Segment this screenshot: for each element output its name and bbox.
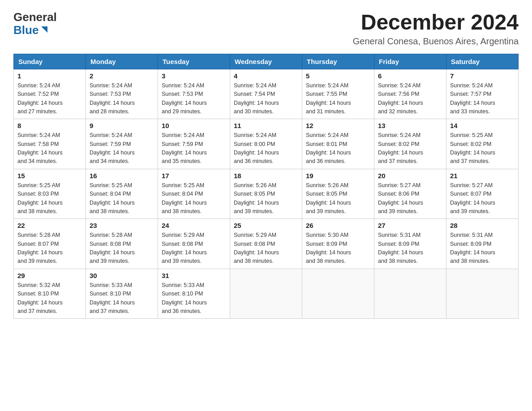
day-info: Sunrise: 5:33 AMSunset: 8:10 PMDaylight:…: [90, 281, 154, 316]
calendar-cell: 30Sunrise: 5:33 AMSunset: 8:10 PMDayligh…: [86, 269, 158, 319]
day-number: 28: [450, 222, 515, 229]
day-info: Sunrise: 5:24 AMSunset: 7:53 PMDaylight:…: [90, 81, 154, 116]
day-number: 30: [90, 272, 154, 279]
day-of-week-header-sunday: Sunday: [14, 54, 86, 69]
day-number: 1: [17, 72, 82, 80]
day-number: 26: [306, 222, 370, 229]
calendar-cell: 8Sunrise: 5:24 AMSunset: 7:58 PMDaylight…: [14, 119, 86, 169]
calendar-cell: 11Sunrise: 5:24 AMSunset: 8:00 PMDayligh…: [230, 119, 302, 169]
calendar-cell: 31Sunrise: 5:33 AMSunset: 8:10 PMDayligh…: [158, 269, 230, 319]
calendar-cell: [230, 269, 302, 319]
day-number: 31: [162, 272, 226, 279]
day-number: 24: [162, 222, 226, 229]
calendar-cell: 27Sunrise: 5:31 AMSunset: 8:09 PMDayligh…: [374, 219, 446, 269]
calendar-cell: 28Sunrise: 5:31 AMSunset: 8:09 PMDayligh…: [446, 219, 519, 269]
day-info: Sunrise: 5:24 AMSunset: 7:53 PMDaylight:…: [162, 81, 226, 116]
day-of-week-header-tuesday: Tuesday: [158, 54, 230, 69]
day-info: Sunrise: 5:28 AMSunset: 8:08 PMDaylight:…: [90, 231, 154, 266]
day-number: 13: [378, 122, 442, 129]
day-info: Sunrise: 5:28 AMSunset: 8:07 PMDaylight:…: [17, 231, 82, 266]
calendar-cell: [446, 269, 519, 319]
calendar-cell: 10Sunrise: 5:24 AMSunset: 7:59 PMDayligh…: [158, 119, 230, 169]
calendar-cell: 21Sunrise: 5:27 AMSunset: 8:07 PMDayligh…: [446, 169, 519, 219]
logo-triangle-icon: [39, 25, 49, 34]
day-number: 22: [17, 222, 82, 229]
calendar-cell: [374, 269, 446, 319]
calendar-cell: 5Sunrise: 5:24 AMSunset: 7:55 PMDaylight…: [302, 69, 374, 119]
day-info: Sunrise: 5:31 AMSunset: 8:09 PMDaylight:…: [378, 231, 442, 266]
calendar-table: SundayMondayTuesdayWednesdayThursdayFrid…: [13, 54, 519, 319]
day-of-week-header-thursday: Thursday: [302, 54, 374, 69]
calendar-week-row: 15Sunrise: 5:25 AMSunset: 8:03 PMDayligh…: [14, 169, 519, 219]
day-info: Sunrise: 5:24 AMSunset: 8:02 PMDaylight:…: [378, 131, 442, 166]
day-info: Sunrise: 5:24 AMSunset: 7:55 PMDaylight:…: [306, 81, 370, 116]
day-info: Sunrise: 5:24 AMSunset: 7:52 PMDaylight:…: [17, 81, 82, 116]
day-info: Sunrise: 5:26 AMSunset: 8:05 PMDaylight:…: [234, 181, 298, 216]
logo-blue: Blue: [13, 24, 39, 37]
calendar-cell: 22Sunrise: 5:28 AMSunset: 8:07 PMDayligh…: [14, 219, 86, 269]
day-number: 29: [17, 272, 82, 279]
day-info: Sunrise: 5:25 AMSunset: 8:02 PMDaylight:…: [450, 131, 515, 166]
day-number: 3: [162, 72, 226, 80]
day-number: 19: [306, 172, 370, 180]
calendar-cell: 16Sunrise: 5:25 AMSunset: 8:04 PMDayligh…: [86, 169, 158, 219]
day-info: Sunrise: 5:33 AMSunset: 8:10 PMDaylight:…: [162, 281, 226, 316]
logo-general: General: [13, 11, 57, 24]
day-of-week-header-monday: Monday: [86, 54, 158, 69]
page-header: General Blue December 2024 General Cones…: [13, 11, 519, 47]
day-number: 9: [90, 122, 154, 129]
day-of-week-header-wednesday: Wednesday: [230, 54, 302, 69]
day-info: Sunrise: 5:24 AMSunset: 7:56 PMDaylight:…: [378, 81, 442, 116]
calendar-week-row: 8Sunrise: 5:24 AMSunset: 7:58 PMDaylight…: [14, 119, 519, 169]
calendar-cell: 17Sunrise: 5:25 AMSunset: 8:04 PMDayligh…: [158, 169, 230, 219]
day-number: 17: [162, 172, 226, 180]
location-subtitle: General Conesa, Buenos Aires, Argentina: [353, 36, 519, 47]
calendar-cell: 29Sunrise: 5:32 AMSunset: 8:10 PMDayligh…: [14, 269, 86, 319]
calendar-cell: 6Sunrise: 5:24 AMSunset: 7:56 PMDaylight…: [374, 69, 446, 119]
day-info: Sunrise: 5:29 AMSunset: 8:08 PMDaylight:…: [234, 231, 298, 266]
calendar-cell: 3Sunrise: 5:24 AMSunset: 7:53 PMDaylight…: [158, 69, 230, 119]
calendar-cell: 25Sunrise: 5:29 AMSunset: 8:08 PMDayligh…: [230, 219, 302, 269]
day-info: Sunrise: 5:25 AMSunset: 8:03 PMDaylight:…: [17, 181, 82, 216]
day-info: Sunrise: 5:32 AMSunset: 8:10 PMDaylight:…: [17, 281, 82, 316]
calendar-cell: 20Sunrise: 5:27 AMSunset: 8:06 PMDayligh…: [374, 169, 446, 219]
logo: General Blue: [13, 11, 57, 36]
calendar-cell: 24Sunrise: 5:29 AMSunset: 8:08 PMDayligh…: [158, 219, 230, 269]
calendar-cell: 4Sunrise: 5:24 AMSunset: 7:54 PMDaylight…: [230, 69, 302, 119]
day-info: Sunrise: 5:24 AMSunset: 8:01 PMDaylight:…: [306, 131, 370, 166]
calendar-week-row: 1Sunrise: 5:24 AMSunset: 7:52 PMDaylight…: [14, 69, 519, 119]
title-block: December 2024 General Conesa, Buenos Air…: [353, 11, 519, 47]
day-number: 7: [450, 72, 515, 80]
day-number: 27: [378, 222, 442, 229]
calendar-week-row: 29Sunrise: 5:32 AMSunset: 8:10 PMDayligh…: [14, 269, 519, 319]
day-number: 12: [306, 122, 370, 129]
day-number: 18: [234, 172, 298, 180]
calendar-cell: 18Sunrise: 5:26 AMSunset: 8:05 PMDayligh…: [230, 169, 302, 219]
day-number: 6: [378, 72, 442, 80]
day-info: Sunrise: 5:24 AMSunset: 8:00 PMDaylight:…: [234, 131, 298, 166]
day-number: 10: [162, 122, 226, 129]
calendar-cell: 15Sunrise: 5:25 AMSunset: 8:03 PMDayligh…: [14, 169, 86, 219]
calendar-cell: 2Sunrise: 5:24 AMSunset: 7:53 PMDaylight…: [86, 69, 158, 119]
day-number: 25: [234, 222, 298, 229]
calendar-cell: 7Sunrise: 5:24 AMSunset: 7:57 PMDaylight…: [446, 69, 519, 119]
day-number: 11: [234, 122, 298, 129]
month-year-title: December 2024: [353, 11, 519, 34]
day-info: Sunrise: 5:27 AMSunset: 8:07 PMDaylight:…: [450, 181, 515, 216]
day-of-week-header-friday: Friday: [374, 54, 446, 69]
calendar-cell: [302, 269, 374, 319]
day-number: 16: [90, 172, 154, 180]
day-info: Sunrise: 5:29 AMSunset: 8:08 PMDaylight:…: [162, 231, 226, 266]
day-info: Sunrise: 5:31 AMSunset: 8:09 PMDaylight:…: [450, 231, 515, 266]
day-info: Sunrise: 5:24 AMSunset: 7:59 PMDaylight:…: [162, 131, 226, 166]
day-of-week-header-saturday: Saturday: [446, 54, 519, 69]
calendar-cell: 1Sunrise: 5:24 AMSunset: 7:52 PMDaylight…: [14, 69, 86, 119]
calendar-cell: 23Sunrise: 5:28 AMSunset: 8:08 PMDayligh…: [86, 219, 158, 269]
day-info: Sunrise: 5:30 AMSunset: 8:09 PMDaylight:…: [306, 231, 370, 266]
calendar-cell: 9Sunrise: 5:24 AMSunset: 7:59 PMDaylight…: [86, 119, 158, 169]
day-number: 15: [17, 172, 82, 180]
calendar-cell: 14Sunrise: 5:25 AMSunset: 8:02 PMDayligh…: [446, 119, 519, 169]
day-info: Sunrise: 5:25 AMSunset: 8:04 PMDaylight:…: [162, 181, 226, 216]
day-number: 5: [306, 72, 370, 80]
day-number: 23: [90, 222, 154, 229]
